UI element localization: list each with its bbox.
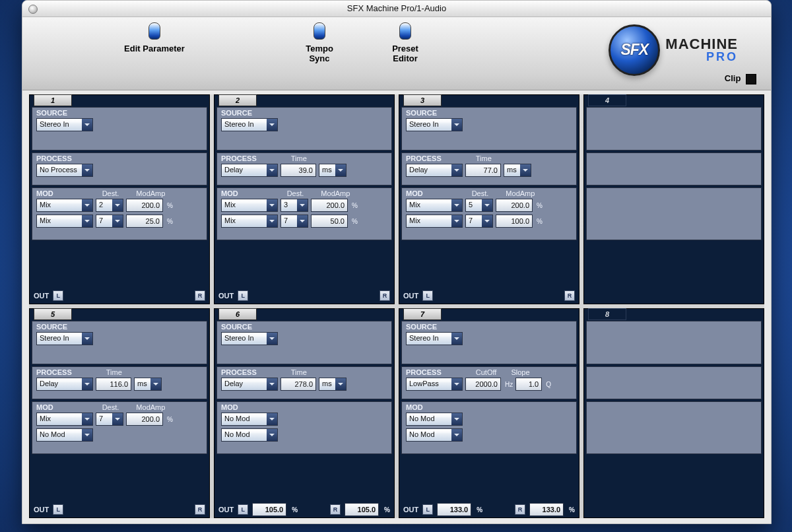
process-type-select[interactable]: Delay — [36, 378, 93, 391]
mod-dest-select-0-value: 3 — [284, 201, 288, 209]
out-strip: OUT LR — [399, 288, 579, 304]
process-type-select[interactable]: Delay — [221, 378, 278, 391]
module-number[interactable]: 2 — [218, 94, 257, 106]
source-select-value: Stereo In — [409, 334, 439, 342]
mod-type-select-1[interactable]: No Mod — [36, 428, 93, 442]
mod-dest-select-1-value: 7 — [284, 216, 288, 224]
process-type-select[interactable]: No Process — [36, 164, 93, 177]
mod-dest-select-1[interactable]: 7 — [465, 215, 493, 228]
chevron-down-icon — [112, 413, 123, 425]
out-right-toggle[interactable]: R — [330, 504, 341, 515]
source-select[interactable]: Stereo In — [36, 332, 93, 345]
mod-type-select-1[interactable]: Mix — [221, 215, 278, 228]
mod-amp-field-0[interactable]: 200.0 — [496, 199, 533, 212]
mod-type-select-1[interactable]: No Mod — [406, 428, 463, 442]
source-select[interactable]: Stereo In — [406, 332, 463, 345]
process-label: PROCESS — [406, 154, 442, 162]
mod-type-select-0[interactable]: Mix — [221, 199, 278, 212]
out-left-field[interactable]: 105.0 — [252, 503, 286, 516]
process-type-select-value: No Process — [40, 166, 77, 174]
process-type-select[interactable]: LowPass — [406, 378, 463, 391]
mod-type-select-0[interactable]: Mix — [406, 199, 463, 212]
process-unit-select[interactable]: ms — [319, 378, 346, 391]
tempo-sync-button[interactable]: Tempo Sync — [293, 22, 346, 63]
out-strip: OUT L105.0%R105.0% — [214, 502, 394, 517]
chevron-down-icon — [267, 199, 277, 211]
out-left-field[interactable]: 133.0 — [437, 503, 471, 516]
mod-type-select-1[interactable]: Mix — [36, 215, 93, 228]
mod-type-select-0-value: Mix — [40, 415, 51, 422]
mod-amp-unit: % — [167, 202, 173, 209]
process-unit-select[interactable]: ms — [319, 164, 346, 177]
source-select[interactable]: Stereo In — [221, 332, 278, 345]
mod-amp-field-1[interactable]: 50.0 — [311, 215, 348, 228]
mod-dest-select-0[interactable]: 7 — [96, 413, 123, 426]
preset-editor-button[interactable]: Preset Editor — [379, 22, 432, 63]
mod-amp-field-1[interactable]: 100.0 — [496, 215, 533, 228]
mod-type-select-1-value: No Mod — [409, 430, 435, 438]
out-left-toggle[interactable]: L — [238, 290, 248, 301]
mod-type-select-0[interactable]: Mix — [36, 199, 93, 212]
mod-amp-field-0[interactable]: 200.0 — [311, 199, 348, 212]
module-number[interactable]: 6 — [218, 308, 257, 320]
out-left-toggle[interactable]: L — [238, 504, 248, 515]
out-right-toggle[interactable]: R — [515, 504, 525, 515]
out-left-toggle[interactable]: L — [53, 504, 63, 515]
process-p2-field[interactable]: 1.0 — [515, 378, 542, 391]
out-right-field[interactable]: 133.0 — [529, 503, 564, 516]
source-select[interactable]: Stereo In — [36, 118, 93, 131]
out-right-toggle[interactable]: R — [195, 504, 205, 515]
mod-type-select-0[interactable]: Mix — [36, 413, 93, 426]
process-type-select[interactable]: Delay — [406, 164, 463, 177]
mod-dest-select-0[interactable]: 5 — [465, 199, 493, 212]
edit-parameter-button[interactable]: Edit Parameter — [115, 22, 194, 53]
process-unit-select[interactable]: ms — [504, 164, 531, 177]
mod-type-select-0[interactable]: No Mod — [406, 413, 463, 426]
module-number[interactable]: 4 — [588, 94, 626, 106]
module-number[interactable]: 7 — [403, 308, 442, 320]
process-p1-field[interactable]: 116.0 — [96, 378, 131, 391]
mod-dest-select-0[interactable]: 3 — [280, 199, 308, 212]
process-unit-select[interactable]: ms — [134, 378, 162, 391]
mod-dest-select-1[interactable]: 7 — [280, 215, 308, 228]
mod-amp-field-0[interactable]: 200.0 — [126, 199, 163, 212]
modamp-label: ModAmp — [506, 189, 535, 197]
mod-type-select-0[interactable]: No Mod — [221, 413, 278, 426]
preset-editor-label: Preset Editor — [379, 44, 432, 63]
logo-text: MACHINE PRO — [665, 36, 738, 64]
out-right-field[interactable]: 105.0 — [345, 503, 379, 516]
source-select[interactable]: Stereo In — [406, 118, 463, 131]
process-p1-field[interactable]: 39.0 — [280, 164, 316, 177]
process-p1-field[interactable]: 77.0 — [465, 164, 501, 177]
jewel-icon — [399, 22, 411, 40]
source-select-value: Stereo In — [224, 334, 254, 342]
process-p1-field[interactable]: 2000.0 — [465, 378, 501, 391]
process-unit-select-value: ms — [322, 380, 332, 387]
out-left-toggle[interactable]: L — [53, 290, 63, 301]
module-number[interactable]: 1 — [34, 94, 72, 106]
process-type-select[interactable]: Delay — [221, 164, 278, 177]
mod-amp-field-1[interactable]: 25.0 — [126, 215, 163, 228]
out-right-toggle[interactable]: R — [564, 290, 575, 301]
mod-dest-select-0[interactable]: 2 — [96, 199, 123, 212]
mod-dest-select-1[interactable]: 7 — [96, 215, 123, 228]
close-button[interactable] — [28, 5, 38, 14]
module-number[interactable]: 8 — [588, 308, 626, 320]
process-unit-select-value: ms — [322, 166, 332, 174]
process-p1-field[interactable]: 278.0 — [280, 378, 316, 391]
module-number[interactable]: 3 — [403, 94, 442, 106]
mod-type-select-1-value: Mix — [40, 216, 51, 224]
source-select[interactable]: Stereo In — [221, 118, 278, 131]
module-3: 3 SOURCE Stereo In PROCESSTimeDelay77.0m… — [399, 94, 579, 304]
out-right-toggle[interactable]: R — [195, 290, 205, 301]
source-select-value: Stereo In — [40, 334, 69, 342]
mod-amp-field-0[interactable]: 200.0 — [126, 413, 163, 426]
mod-type-select-1[interactable]: Mix — [406, 215, 463, 228]
mod-amp-unit: % — [352, 202, 358, 209]
out-left-toggle[interactable]: L — [422, 504, 433, 515]
module-number[interactable]: 5 — [34, 308, 72, 320]
out-left-toggle[interactable]: L — [422, 290, 433, 301]
mod-section: MODNo ModNo Mod — [401, 401, 577, 454]
mod-type-select-1[interactable]: No Mod — [221, 428, 278, 442]
out-right-toggle[interactable]: R — [380, 290, 390, 301]
